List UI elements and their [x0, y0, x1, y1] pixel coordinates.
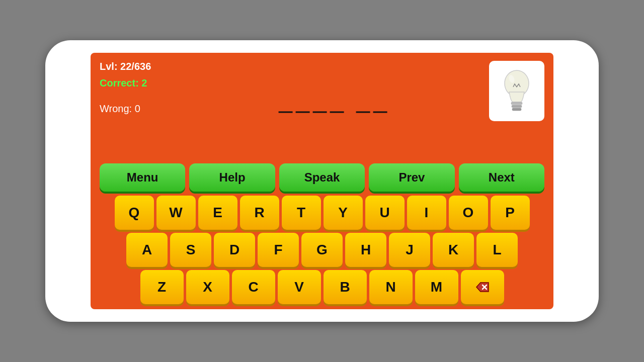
controls-row: Menu Help Speak Prev Next	[100, 163, 544, 192]
key-j[interactable]: J	[389, 233, 430, 267]
key-d[interactable]: D	[214, 233, 255, 267]
key-m[interactable]: M	[415, 270, 458, 304]
blank-4	[330, 112, 344, 113]
key-a[interactable]: A	[126, 233, 168, 267]
key-p[interactable]: P	[491, 196, 530, 230]
next-button[interactable]: Next	[459, 163, 544, 192]
key-b[interactable]: B	[324, 270, 367, 304]
help-button[interactable]: Help	[189, 163, 275, 192]
key-l[interactable]: L	[476, 233, 518, 267]
correct-display: Correct: 2	[100, 77, 544, 89]
key-q[interactable]: Q	[115, 196, 154, 230]
key-g[interactable]: G	[301, 233, 343, 267]
blank-3	[313, 112, 327, 113]
key-y[interactable]: Y	[324, 196, 363, 230]
svg-rect-3	[512, 108, 521, 111]
key-r[interactable]: R	[240, 196, 279, 230]
key-f[interactable]: F	[258, 233, 299, 267]
svg-rect-1	[511, 102, 522, 105]
word-blanks	[279, 112, 387, 113]
keyboard-row-2: ASDFGHJKL	[100, 233, 544, 267]
key-i[interactable]: I	[407, 196, 446, 230]
key-t[interactable]: T	[282, 196, 321, 230]
key-o[interactable]: O	[449, 196, 488, 230]
menu-button[interactable]: Menu	[100, 163, 185, 192]
key-k[interactable]: K	[433, 233, 474, 267]
bulb-icon	[497, 66, 537, 116]
blank-2	[296, 112, 310, 113]
game-screen: Lvl: 22/636 Correct: 2 Wrong: 0	[91, 53, 553, 309]
svg-rect-2	[512, 105, 522, 108]
key-n[interactable]: N	[369, 270, 413, 304]
blank-1	[279, 112, 293, 113]
blank-6	[373, 112, 387, 113]
keyboard-row-1: QWERTYUIOP	[100, 196, 544, 230]
device-frame: Lvl: 22/636 Correct: 2 Wrong: 0	[45, 40, 599, 322]
prev-button[interactable]: Prev	[369, 163, 454, 192]
key-u[interactable]: U	[365, 196, 405, 230]
hint-box[interactable]	[489, 61, 544, 121]
top-section: Lvl: 22/636 Correct: 2 Wrong: 0	[100, 61, 544, 163]
level-display: Lvl: 22/636	[100, 61, 544, 72]
key-v[interactable]: V	[278, 270, 321, 304]
key-backspace[interactable]	[461, 270, 504, 304]
key-h[interactable]: H	[345, 233, 386, 267]
keyboard: QWERTYUIOP ASDFGHJKL ZXCVBNM	[100, 196, 544, 304]
key-e[interactable]: E	[198, 196, 237, 230]
speak-button[interactable]: Speak	[279, 163, 365, 192]
key-x[interactable]: X	[186, 270, 229, 304]
key-z[interactable]: Z	[140, 270, 184, 304]
key-s[interactable]: S	[170, 233, 211, 267]
keyboard-row-3: ZXCVBNM	[100, 270, 544, 304]
key-c[interactable]: C	[232, 270, 275, 304]
key-w[interactable]: W	[156, 196, 196, 230]
wrong-display: Wrong: 0	[100, 103, 544, 115]
blank-5	[356, 112, 370, 113]
